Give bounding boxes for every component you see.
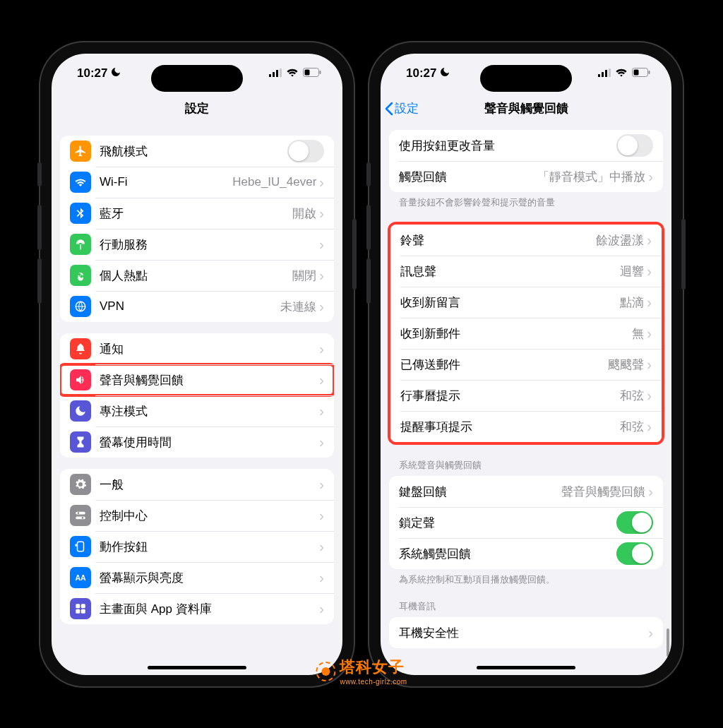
svg-rect-22 <box>609 68 611 77</box>
row-label: 控制中心 <box>100 508 319 524</box>
battery-icon <box>303 66 321 80</box>
hourglass-icon <box>70 431 91 453</box>
settings-row[interactable]: 專注模式› <box>60 395 334 426</box>
settings-row[interactable]: 一般› <box>60 469 334 500</box>
svg-rect-24 <box>634 70 639 76</box>
back-button[interactable]: 設定 <box>381 100 419 117</box>
vpn-icon <box>70 296 91 317</box>
settings-row[interactable]: 鎖定聲 <box>389 507 663 538</box>
phone-left: 10:27 設定 飛航模式Wi-FiHebe_IU_4ever›藍牙開啟›行動服… <box>40 42 354 686</box>
row-label: 螢幕使用時間 <box>100 434 319 450</box>
settings-row[interactable]: 主畫面與 App 資料庫› <box>60 593 334 624</box>
svg-rect-17 <box>76 609 80 614</box>
chevron-right-icon: › <box>319 508 324 523</box>
chevron-right-icon: › <box>648 484 653 499</box>
row-label: 飛航模式 <box>100 143 287 160</box>
wifi-icon <box>286 66 299 80</box>
row-label: 鍵盤回饋 <box>399 484 561 500</box>
svg-rect-12 <box>78 542 84 551</box>
settings-row[interactable]: 行事曆提示和弦› <box>390 380 662 411</box>
settings-row[interactable]: AA螢幕顯示與亮度› <box>60 562 334 593</box>
settings-row[interactable]: 收到新留言點滴› <box>390 287 662 318</box>
svg-rect-8 <box>76 512 85 515</box>
settings-list[interactable]: 飛航模式Wi-FiHebe_IU_4ever›藍牙開啟›行動服務›個人熱點關閉›… <box>52 124 342 675</box>
moon-icon <box>439 66 450 81</box>
row-label: 耳機安全性 <box>399 625 648 641</box>
svg-point-10 <box>78 512 80 514</box>
settings-row[interactable]: 觸覺回饋「靜音模式」中播放› <box>389 161 663 192</box>
settings-row[interactable]: 使用按鈕更改音量 <box>389 130 663 161</box>
display-icon: AA <box>70 567 91 588</box>
home-indicator[interactable] <box>148 666 246 669</box>
settings-row[interactable]: 提醒事項提示和弦› <box>390 411 662 442</box>
airplane-icon <box>70 141 91 162</box>
chevron-right-icon: › <box>647 326 652 340</box>
chevron-right-icon: › <box>319 404 324 418</box>
row-label: 鈴聲 <box>400 232 596 249</box>
settings-row[interactable]: 已傳送郵件颼颼聲› <box>390 349 662 380</box>
toggle-switch[interactable] <box>616 511 653 534</box>
settings-row[interactable]: 行動服務› <box>60 229 334 260</box>
settings-row[interactable]: 收到新郵件無› <box>390 318 662 349</box>
toggle-switch[interactable] <box>287 140 324 162</box>
svg-text:AA: AA <box>75 573 86 582</box>
row-value: 和弦 <box>620 388 644 404</box>
settings-row[interactable]: 訊息聲迴響› <box>390 256 662 287</box>
section-title: 耳機音訊 <box>381 586 671 617</box>
settings-row[interactable]: 系統觸覺回饋 <box>389 538 663 569</box>
settings-row[interactable]: VPN未連線› <box>60 291 334 322</box>
chevron-right-icon: › <box>319 602 324 616</box>
settings-row[interactable]: Wi-FiHebe_IU_4ever› <box>60 167 334 198</box>
caption: 音量按鈕不會影響鈴聲和提示聲的音量 <box>381 192 671 209</box>
svg-rect-6 <box>320 71 321 74</box>
settings-row[interactable]: 聲音與觸覺回饋› <box>60 364 334 395</box>
row-label: 聲音與觸覺回饋 <box>100 372 319 388</box>
svg-rect-13 <box>76 544 77 547</box>
row-value: 迴響 <box>620 263 644 280</box>
settings-row[interactable]: 藍牙開啟› <box>60 198 334 229</box>
settings-group: 一般›控制中心›動作按鈕›AA螢幕顯示與亮度›主畫面與 App 資料庫› <box>60 469 334 624</box>
svg-rect-2 <box>276 70 278 77</box>
settings-row[interactable]: 耳機安全性› <box>389 617 663 648</box>
row-label: 系統觸覺回饋 <box>399 546 616 562</box>
chevron-right-icon: › <box>319 237 324 251</box>
moon-icon <box>110 66 121 81</box>
toggle-switch[interactable] <box>616 134 653 157</box>
watermark: 塔科女子 www.tech-girlz.com <box>316 657 407 686</box>
chevron-right-icon: › <box>647 357 652 371</box>
chevron-right-icon: › <box>648 626 653 640</box>
wifi-icon <box>70 172 91 193</box>
wifi-icon <box>615 66 628 80</box>
chevron-right-icon: › <box>647 388 652 402</box>
cellular-icon <box>70 234 91 255</box>
row-value: Hebe_IU_4ever <box>232 175 316 189</box>
phone-right: 10:27 設定 聲音與觸覺回饋 使用按鈕更改音量觸覺回饋 <box>369 42 683 686</box>
toggle-switch[interactable] <box>616 542 653 565</box>
scrollbar[interactable] <box>667 628 669 657</box>
settings-row[interactable]: 螢幕使用時間› <box>60 426 334 458</box>
sounds-list[interactable]: 使用按鈕更改音量觸覺回饋「靜音模式」中播放›音量按鈕不會影響鈴聲和提示聲的音量鈴… <box>381 124 671 675</box>
row-label: 收到新留言 <box>400 294 620 311</box>
svg-rect-1 <box>273 72 275 77</box>
page-title: 設定 <box>52 100 342 117</box>
settings-row[interactable]: 通知› <box>60 333 334 364</box>
settings-row[interactable]: 控制中心› <box>60 500 334 531</box>
settings-row[interactable]: 鍵盤回饋聲音與觸覺回饋› <box>389 476 663 507</box>
settings-row[interactable]: 鈴聲餘波盪漾› <box>390 225 662 256</box>
home-indicator[interactable] <box>477 666 575 669</box>
settings-row[interactable]: 飛航模式 <box>60 136 334 167</box>
settings-row[interactable]: 個人熱點關閉› <box>60 260 334 291</box>
action-icon <box>70 536 91 557</box>
chevron-right-icon: › <box>319 539 324 554</box>
chevron-right-icon: › <box>319 268 324 282</box>
settings-row[interactable]: 動作按鈕› <box>60 531 334 562</box>
chevron-right-icon: › <box>319 373 324 387</box>
watermark-text: 塔科女子 <box>340 657 407 678</box>
svg-rect-0 <box>269 74 271 77</box>
battery-icon <box>632 66 650 80</box>
gear-icon <box>70 474 91 495</box>
svg-point-11 <box>82 517 84 519</box>
settings-group: 鈴聲餘波盪漾›訊息聲迴響›收到新留言點滴›收到新郵件無›已傳送郵件颼颼聲›行事曆… <box>390 225 662 442</box>
row-value: 關閉 <box>292 268 316 284</box>
svg-rect-19 <box>598 74 600 77</box>
